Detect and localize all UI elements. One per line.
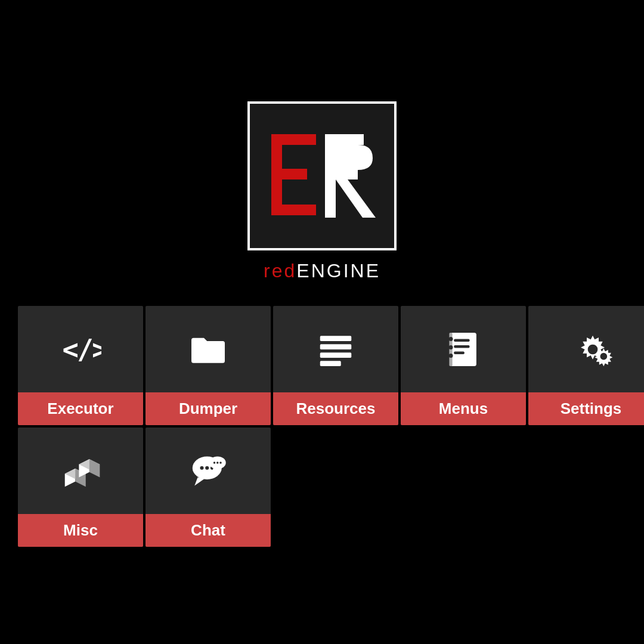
dumper-icon-area [145, 306, 271, 392]
logo-svg [262, 116, 382, 236]
folder-icon [187, 329, 229, 370]
resources-icon-area [273, 306, 398, 392]
dumper-button[interactable]: Dumper [145, 306, 271, 425]
grid-section: </> Executor Dumper [18, 306, 644, 547]
svg-rect-10 [320, 336, 352, 341]
logo-white-text: ENGINE [296, 260, 380, 281]
svg-point-41 [219, 462, 222, 464]
svg-point-34 [200, 466, 203, 469]
misc-button[interactable]: Misc [18, 428, 143, 547]
chat-icon-area [145, 428, 271, 514]
svg-rect-13 [320, 361, 341, 366]
chat-label: Chat [145, 514, 271, 547]
svg-point-40 [216, 462, 219, 464]
svg-text:</>: </> [62, 333, 101, 365]
logo-tagline: redENGINE [264, 260, 380, 282]
settings-icon-area [528, 306, 644, 392]
svg-rect-6 [325, 134, 364, 145]
svg-point-20 [449, 345, 453, 349]
resources-button[interactable]: Resources [273, 306, 398, 425]
menus-label: Menus [401, 392, 526, 425]
dumper-label: Dumper [145, 392, 271, 425]
blocks-icon [60, 450, 101, 492]
logo-red-text: red [264, 260, 296, 281]
svg-point-23 [587, 344, 597, 354]
resources-label: Resources [273, 392, 398, 425]
grid-row-1: </> Executor Dumper [18, 306, 644, 425]
executor-icon-area: </> [18, 306, 143, 392]
misc-icon-area [18, 428, 143, 514]
svg-rect-15 [454, 339, 469, 341]
logo-section: redENGINE [247, 101, 397, 282]
svg-point-35 [205, 466, 209, 469]
svg-point-25 [600, 352, 607, 360]
chat-bubble-icon [187, 450, 229, 492]
misc-label: Misc [18, 514, 143, 547]
svg-point-19 [449, 337, 453, 341]
list-icon [315, 329, 357, 370]
settings-label: Settings [528, 392, 644, 425]
executor-label: Executor [18, 392, 143, 425]
chat-button[interactable]: Chat [145, 428, 271, 547]
logo-box [247, 101, 397, 250]
svg-rect-17 [454, 351, 465, 354]
menus-button[interactable]: Menus [401, 306, 526, 425]
book-icon [442, 329, 484, 370]
svg-point-39 [213, 462, 216, 464]
svg-rect-14 [450, 333, 476, 366]
svg-rect-12 [320, 352, 352, 358]
grid-row-2: Misc [18, 428, 271, 547]
svg-rect-11 [320, 344, 352, 349]
svg-rect-16 [454, 345, 469, 348]
gear-icon [569, 329, 614, 370]
executor-button[interactable]: </> Executor [18, 306, 143, 425]
svg-point-21 [449, 354, 453, 358]
svg-marker-33 [194, 477, 205, 485]
logo-inner [259, 113, 385, 239]
code-icon: </> [60, 329, 101, 370]
menus-icon-area [401, 306, 526, 392]
svg-rect-7 [325, 169, 358, 179]
settings-button[interactable]: Settings [528, 306, 644, 425]
svg-rect-4 [271, 134, 282, 215]
svg-marker-31 [89, 459, 100, 477]
